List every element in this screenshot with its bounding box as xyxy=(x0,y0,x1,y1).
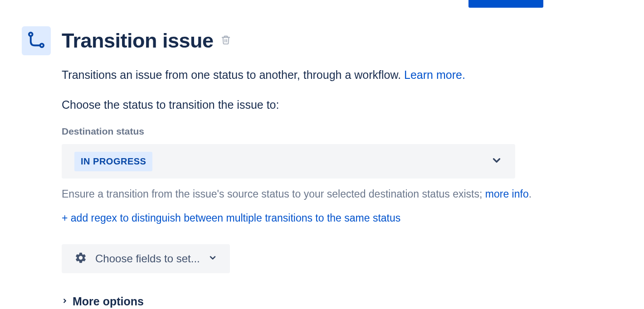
page-title: Transition issue xyxy=(62,29,214,53)
destination-help-text: Ensure a transition from the issue's sou… xyxy=(62,187,622,201)
workflow-icon xyxy=(27,30,46,51)
destination-status-label: Destination status xyxy=(62,126,622,137)
chevron-down-icon xyxy=(491,154,503,168)
instruction-text: Choose the status to transition the issu… xyxy=(62,98,622,111)
description-body: Transitions an issue from one status to … xyxy=(62,68,404,81)
destination-status-select[interactable]: IN PROGRESS xyxy=(62,144,515,179)
description-text: Transitions an issue from one status to … xyxy=(62,67,622,83)
more-info-link[interactable]: more info xyxy=(485,188,529,200)
trash-icon[interactable] xyxy=(221,35,231,47)
title-row: Transition issue xyxy=(62,29,231,53)
more-options-label: More options xyxy=(73,295,144,308)
header-row: Transition issue xyxy=(22,26,622,55)
top-action-button[interactable] xyxy=(468,0,543,8)
main-column: Transitions an issue from one status to … xyxy=(62,67,622,308)
content-area: Transition issue Transitions an issue fr… xyxy=(0,0,644,308)
help-text-suffix: . xyxy=(529,188,532,200)
add-regex-link[interactable]: + add regex to distinguish between multi… xyxy=(62,212,400,224)
chevron-down-icon xyxy=(208,253,217,264)
choose-fields-button[interactable]: Choose fields to set... xyxy=(62,244,230,273)
choose-fields-label: Choose fields to set... xyxy=(95,252,200,265)
chevron-right-icon xyxy=(62,297,68,306)
help-text-body: Ensure a transition from the issue's sou… xyxy=(62,188,485,200)
more-options-toggle[interactable]: More options xyxy=(62,295,622,308)
transition-icon-box xyxy=(22,26,51,55)
status-lozenge: IN PROGRESS xyxy=(74,152,152,171)
learn-more-link[interactable]: Learn more. xyxy=(404,68,465,81)
gear-icon xyxy=(74,251,87,266)
